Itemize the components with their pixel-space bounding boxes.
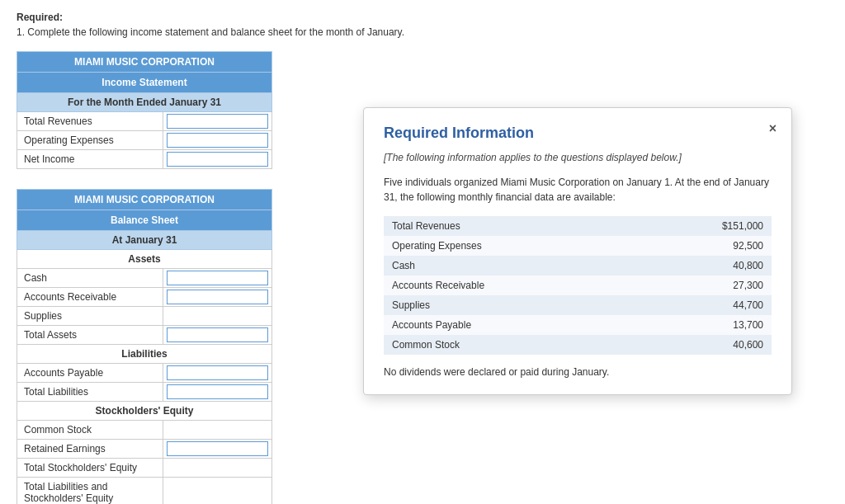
is-net-income-cell[interactable] <box>163 150 271 169</box>
bs-total-liabilities-equity-cell <box>163 478 271 505</box>
bs-liabilities-header: Liabilities <box>17 345 272 364</box>
modal-row-label: Accounts Receivable <box>384 276 637 295</box>
bs-common-stock-cell <box>163 421 271 440</box>
is-total-revenues-input[interactable] <box>167 114 268 129</box>
bs-cash-label: Cash <box>17 269 163 288</box>
bs-total-liabilities-label: Total Liabilities <box>17 383 163 402</box>
bs-common-stock-label: Common Stock <box>17 421 163 440</box>
is-operating-expenses-cell[interactable] <box>163 131 271 150</box>
left-panel: MIAMI MUSIC CORPORATION Income Statement… <box>17 51 297 504</box>
is-net-income-input[interactable] <box>167 152 268 167</box>
bs-total-assets-label: Total Assets <box>17 326 163 345</box>
bs-equity-header: Stockholders' Equity <box>17 402 272 421</box>
bs-accounts-receivable-input[interactable] <box>167 290 268 304</box>
modal-title: Required Information <box>384 125 772 142</box>
modal-row-value: 44,700 <box>637 295 772 315</box>
modal-note: No dividends were declared or paid durin… <box>384 366 772 378</box>
modal-row-value: 27,300 <box>637 276 772 295</box>
bs-title: MIAMI MUSIC CORPORATION <box>17 190 272 210</box>
is-total-revenues-label: Total Revenues <box>17 112 163 131</box>
bs-supplies-label: Supplies <box>17 307 163 326</box>
income-statement-subtitle: Income Statement <box>17 73 272 93</box>
bs-cash-cell[interactable] <box>163 269 271 288</box>
modal-row-label: Supplies <box>384 295 637 315</box>
bs-total-equity-cell <box>163 459 271 478</box>
bs-accounts-payable-label: Accounts Payable <box>17 364 163 383</box>
modal-row-value: 40,600 <box>637 335 772 355</box>
bs-retained-earnings-input[interactable] <box>167 441 268 456</box>
modal-close-button[interactable]: × <box>769 121 777 136</box>
modal-row-value: $151,000 <box>637 216 772 236</box>
bs-total-equity-label: Total Stockholders' Equity <box>17 459 163 478</box>
bs-accounts-receivable-cell[interactable] <box>163 288 271 307</box>
income-statement-table: MIAMI MUSIC CORPORATION Income Statement… <box>17 51 272 169</box>
balance-sheet-table: MIAMI MUSIC CORPORATION Balance Sheet At… <box>17 189 272 504</box>
is-operating-expenses-label: Operating Expenses <box>17 131 163 150</box>
bs-subtitle: Balance Sheet <box>17 210 272 231</box>
bs-period: At January 31 <box>17 231 272 250</box>
bs-total-liabilities-equity-label: Total Liabilities and Stockholders' Equi… <box>17 478 163 505</box>
bs-total-assets-cell[interactable] <box>163 326 271 345</box>
modal-row-value: 40,800 <box>637 256 772 276</box>
bs-accounts-payable-input[interactable] <box>167 365 268 380</box>
modal-row-value: 13,700 <box>637 315 772 335</box>
bs-total-assets-input[interactable] <box>167 327 268 342</box>
bs-total-liabilities-input[interactable] <box>167 384 268 399</box>
modal-row-label: Total Revenues <box>384 216 637 236</box>
bs-total-liabilities-cell[interactable] <box>163 383 271 402</box>
modal-row-label: Common Stock <box>384 335 637 355</box>
modal-data-table: Total Revenues$151,000Operating Expenses… <box>384 216 772 355</box>
is-net-income-label: Net Income <box>17 150 163 169</box>
income-statement-title: MIAMI MUSIC CORPORATION <box>17 52 272 73</box>
modal-row-value: 92,500 <box>637 236 772 256</box>
bs-cash-input[interactable] <box>167 271 268 285</box>
bs-accounts-receivable-label: Accounts Receivable <box>17 288 163 307</box>
modal-italic-text: [The following information applies to th… <box>384 152 772 163</box>
required-information-modal: Required Information × [The following in… <box>363 107 792 395</box>
modal-row-label: Accounts Payable <box>384 315 637 335</box>
modal-row-label: Cash <box>384 256 637 276</box>
is-operating-expenses-input[interactable] <box>167 133 268 148</box>
required-label: Required: <box>17 12 828 23</box>
is-total-revenues-cell[interactable] <box>163 112 271 131</box>
income-statement-period: For the Month Ended January 31 <box>17 93 272 112</box>
modal-row-label: Operating Expenses <box>384 236 637 256</box>
bs-retained-earnings-cell[interactable] <box>163 440 271 459</box>
bs-assets-header: Assets <box>17 250 272 269</box>
bs-accounts-payable-cell[interactable] <box>163 364 271 383</box>
modal-paragraph: Five individuals organized Miami Music C… <box>384 175 772 205</box>
instruction: 1. Complete the following income stateme… <box>17 26 828 38</box>
bs-retained-earnings-label: Retained Earnings <box>17 440 163 459</box>
bs-supplies-cell <box>163 307 271 326</box>
